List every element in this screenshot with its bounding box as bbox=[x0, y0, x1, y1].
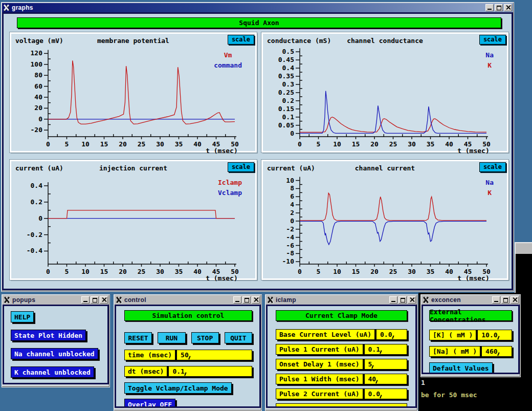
pulse1-width-input[interactable]: 40 bbox=[365, 375, 407, 383]
close-button[interactable] bbox=[100, 296, 108, 304]
maximize-button[interactable] bbox=[501, 296, 509, 304]
window-title: iclamp bbox=[276, 296, 387, 304]
na-channel-button[interactable]: Na channel unblocked bbox=[11, 348, 98, 359]
svg-text:-0.2: -0.2 bbox=[27, 231, 42, 239]
channel-current-chart: -10-8-6-4-2024681005101520253035404550t … bbox=[263, 174, 510, 282]
svg-text:0.15: 0.15 bbox=[278, 105, 294, 113]
chart-title: channel conductance bbox=[324, 37, 446, 45]
next-field-partial[interactable] bbox=[276, 403, 407, 408]
k-concentration-field: [K] ( mM ) 10.0 bbox=[429, 330, 512, 340]
stop-button[interactable]: STOP bbox=[191, 332, 219, 343]
close-icon bbox=[506, 5, 511, 10]
svg-text:-6: -6 bbox=[286, 242, 294, 249]
popups-titlebar[interactable]: popups bbox=[3, 295, 109, 305]
svg-text:60: 60 bbox=[34, 82, 42, 90]
svg-text:0: 0 bbox=[298, 268, 302, 275]
exconcen-titlebar[interactable]: exconcen bbox=[422, 295, 520, 305]
terminal-line: 1 bbox=[421, 379, 425, 386]
x11-logo-icon bbox=[116, 297, 122, 303]
svg-text:8: 8 bbox=[290, 184, 294, 192]
field-label: Pulse 1 Current (uA) bbox=[276, 345, 363, 353]
minimize-button[interactable] bbox=[492, 296, 500, 304]
svg-text:0: 0 bbox=[290, 217, 294, 225]
svg-text:20: 20 bbox=[34, 104, 42, 112]
overlay-button[interactable]: Overlay OFF bbox=[124, 399, 175, 408]
scale-button[interactable]: scale bbox=[479, 35, 506, 45]
minimize-button[interactable] bbox=[389, 296, 397, 304]
pulse2-current-field: Pulse 2 Current (uA) 0.0 bbox=[276, 388, 407, 399]
svg-text:20: 20 bbox=[119, 268, 127, 275]
maximize-button[interactable] bbox=[495, 4, 503, 11]
minimize-icon bbox=[391, 301, 395, 302]
time-input[interactable]: 50 bbox=[177, 351, 252, 359]
svg-text:10: 10 bbox=[333, 268, 341, 275]
terminal-titlebar-sliver[interactable] bbox=[515, 242, 532, 254]
dt-input[interactable]: 0.1 bbox=[169, 367, 252, 375]
svg-text:10: 10 bbox=[81, 268, 90, 275]
window-title: graphs bbox=[12, 4, 483, 11]
squid-axon-banner: Squid Axon bbox=[17, 17, 501, 28]
pulse1-current-input[interactable]: 0.1 bbox=[365, 345, 407, 353]
toggle-clamp-mode-button[interactable]: Toggle Vclamp/Iclamp Mode bbox=[124, 382, 232, 394]
minimize-button[interactable] bbox=[233, 296, 241, 304]
svg-text:40: 40 bbox=[34, 93, 42, 101]
svg-text:-2: -2 bbox=[286, 225, 294, 233]
maximize-button[interactable] bbox=[242, 296, 251, 304]
current-clamp-banner: Current Clamp Mode bbox=[276, 310, 407, 321]
help-button[interactable]: HELP bbox=[11, 311, 34, 322]
k-concentration-input[interactable]: 10.0 bbox=[478, 331, 512, 339]
close-button[interactable] bbox=[504, 4, 512, 11]
x11-logo-icon bbox=[267, 297, 274, 303]
run-button[interactable]: RUN bbox=[158, 332, 185, 343]
svg-text:100: 100 bbox=[31, 60, 43, 68]
minimize-icon bbox=[494, 301, 498, 302]
simulation-control-banner: Simulation control bbox=[124, 310, 252, 321]
svg-text:20: 20 bbox=[370, 268, 379, 275]
onset-delay1-input[interactable]: 5 bbox=[365, 360, 407, 368]
close-button[interactable] bbox=[408, 296, 416, 304]
time-field: time (msec) 50 bbox=[124, 350, 252, 360]
svg-text:0.3: 0.3 bbox=[282, 80, 294, 88]
maximize-icon bbox=[93, 298, 97, 302]
scale-button[interactable]: scale bbox=[479, 162, 506, 172]
minimize-button[interactable] bbox=[81, 296, 90, 304]
svg-text:0.2: 0.2 bbox=[282, 97, 294, 104]
svg-text:0.45: 0.45 bbox=[278, 56, 294, 63]
base-current-input[interactable]: 0.0 bbox=[376, 331, 407, 338]
svg-text:25: 25 bbox=[138, 268, 146, 275]
graphs-titlebar[interactable]: graphs bbox=[2, 3, 513, 12]
membrane-potential-chart: -2002040608010012005101520253035404550t … bbox=[11, 46, 258, 154]
svg-text:-10: -10 bbox=[282, 257, 295, 265]
maximize-button[interactable] bbox=[398, 296, 407, 304]
svg-text:0.25: 0.25 bbox=[278, 89, 294, 96]
field-label: Pulse 2 Current (uA) bbox=[276, 390, 363, 398]
iclamp-titlebar[interactable]: iclamp bbox=[266, 295, 417, 305]
maximize-button[interactable] bbox=[91, 296, 99, 304]
control-titlebar[interactable]: control bbox=[115, 295, 261, 305]
sim-buttons-row: RESET RUN STOP QUIT bbox=[124, 332, 252, 343]
svg-text:120: 120 bbox=[31, 49, 43, 57]
default-values-button[interactable]: Default Values bbox=[429, 362, 493, 374]
graphs-window: graphs Squid Axon voltage (mV) membrane … bbox=[1, 2, 514, 292]
na-concentration-input[interactable]: 460 bbox=[482, 348, 512, 355]
minimize-button[interactable] bbox=[485, 4, 494, 11]
scale-button[interactable]: scale bbox=[228, 162, 254, 172]
maximize-icon bbox=[503, 298, 508, 302]
injection-current-chart: -0.4-0.200.20.405101520253035404550t (ms… bbox=[11, 174, 258, 282]
y-axis-label: current (uA) bbox=[15, 164, 63, 172]
y-axis-label: voltage (mV) bbox=[15, 37, 63, 45]
reset-button[interactable]: RESET bbox=[124, 332, 152, 343]
close-button[interactable] bbox=[511, 296, 519, 304]
svg-text:10: 10 bbox=[81, 140, 90, 148]
svg-text:0: 0 bbox=[46, 268, 50, 275]
y-axis-label: current (uA) bbox=[267, 164, 315, 172]
k-channel-button[interactable]: K channel unblocked bbox=[11, 366, 94, 378]
pulse2-current-input[interactable]: 0.0 bbox=[365, 390, 407, 398]
field-label: [K] ( mM ) bbox=[430, 331, 476, 339]
close-button[interactable] bbox=[252, 296, 260, 304]
state-plot-button[interactable]: State Plot Hidden bbox=[11, 330, 86, 341]
control-window: control Simulation control RESET RUN STO… bbox=[114, 294, 262, 411]
quit-button[interactable]: QUIT bbox=[225, 332, 252, 343]
field-label: time (msec) bbox=[125, 351, 175, 359]
scale-button[interactable]: scale bbox=[228, 35, 254, 45]
